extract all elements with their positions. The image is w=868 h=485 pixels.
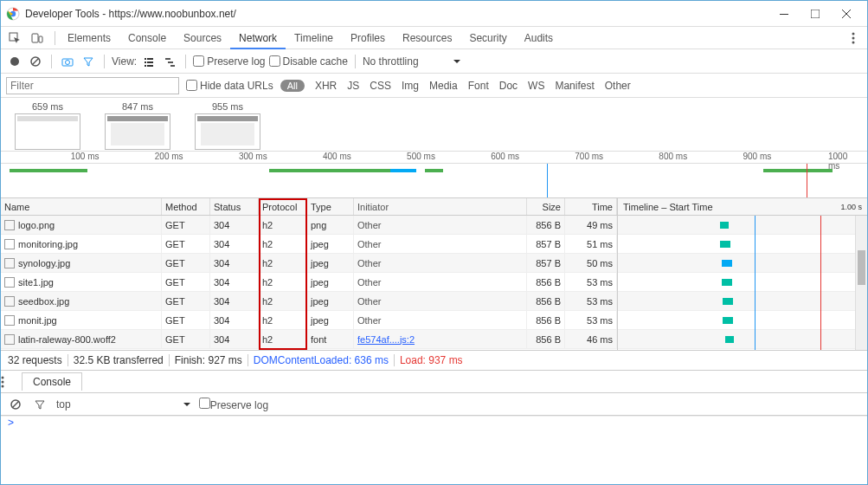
view-label: View: — [112, 55, 137, 68]
filter-type-xhr[interactable]: XHR — [315, 80, 337, 92]
tab-console[interactable]: Console — [119, 27, 175, 48]
svg-rect-20 — [147, 65, 153, 67]
tab-elements[interactable]: Elements — [59, 27, 119, 48]
table-row[interactable]: site1.jpgGET304h2jpegOther856 B53 ms — [1, 273, 617, 292]
filter-type-doc[interactable]: Doc — [499, 80, 518, 92]
filter-type-ws[interactable]: WS — [528, 80, 544, 92]
hide-data-urls-checkbox[interactable]: Hide data URLs — [186, 80, 273, 92]
table-row[interactable]: seedbox.jpgGET304h2jpegOther856 B53 ms — [1, 292, 617, 311]
filter-type-img[interactable]: Img — [402, 80, 419, 92]
table-row[interactable]: monit.jpgGET304h2jpegOther856 B53 ms — [1, 311, 617, 330]
svg-rect-15 — [145, 58, 146, 60]
overview-tick: 1000 ms — [828, 152, 854, 171]
svg-rect-6 — [39, 36, 42, 42]
console-filter-icon[interactable] — [32, 397, 48, 412]
summary-load: Load: 937 ms — [400, 354, 463, 366]
svg-rect-2 — [780, 14, 788, 15]
waterfall-row — [618, 254, 867, 273]
svg-point-25 — [2, 380, 4, 383]
device-toggle-icon[interactable] — [29, 29, 46, 47]
filter-type-font[interactable]: Font — [468, 80, 489, 92]
console-preserve-log-checkbox[interactable]: Preserve log — [199, 398, 268, 411]
window-titlebar: Developer Tools - https://www.noobunbox.… — [1, 1, 867, 27]
col-initiator[interactable]: Initiator — [354, 198, 527, 215]
overview-tick: 500 ms — [407, 152, 435, 161]
tab-resources[interactable]: Resources — [394, 27, 460, 48]
window-minimize-button[interactable] — [768, 3, 800, 24]
tab-network[interactable]: Network — [230, 27, 286, 48]
col-status[interactable]: Status — [210, 198, 259, 215]
summary-dcl: DOMContentLoaded: 636 ms — [254, 354, 389, 366]
table-header: Name Method Status Protocol Type Initiat… — [1, 198, 617, 216]
summary-requests: 32 requests — [8, 354, 62, 366]
table-row[interactable]: monitoring.jpgGET304h2jpegOther857 B51 m… — [1, 235, 617, 254]
filmstrip-frame[interactable]: 955 ms — [195, 101, 260, 151]
svg-point-8 — [852, 36, 855, 39]
drawer-menu-icon[interactable] — [1, 376, 18, 388]
network-table: Name Method Status Protocol Type Initiat… — [1, 198, 867, 350]
throttling-select[interactable]: No throttling — [363, 55, 460, 68]
console-context-select[interactable]: top — [56, 398, 190, 411]
filter-type-all[interactable]: All — [280, 80, 305, 92]
svg-point-26 — [2, 385, 4, 387]
preserve-log-checkbox[interactable]: Preserve log — [193, 55, 265, 68]
waterfall-row — [618, 216, 867, 235]
svg-point-7 — [852, 32, 855, 35]
filter-type-js[interactable]: JS — [347, 80, 359, 92]
inspect-element-icon[interactable] — [6, 29, 23, 47]
filter-input[interactable] — [6, 77, 179, 94]
network-filterbar: Hide data URLs AllXHRJSCSSImgMediaFontDo… — [1, 74, 867, 98]
window-maximize-button[interactable] — [800, 3, 831, 24]
network-toolbar: View: Preserve log Disable cache No thro… — [1, 49, 867, 74]
waterfall-row — [618, 273, 867, 292]
filter-type-media[interactable]: Media — [429, 80, 458, 92]
filter-type-other[interactable]: Other — [605, 80, 631, 92]
table-row[interactable]: synology.jpgGET304h2jpegOther857 B50 ms — [1, 254, 617, 273]
table-row[interactable]: logo.pngGET304h2pngOther856 B49 ms — [1, 216, 617, 235]
col-start-time[interactable]: Timeline – Start Time — [623, 202, 713, 212]
svg-rect-23 — [170, 65, 175, 67]
clear-icon[interactable] — [27, 53, 44, 70]
window-close-button[interactable] — [831, 3, 862, 24]
col-name[interactable]: Name — [1, 198, 162, 215]
svg-rect-3 — [811, 10, 820, 18]
tab-timeline[interactable]: Timeline — [286, 27, 342, 48]
drawer-tab-console[interactable]: Console — [22, 372, 82, 391]
tab-profiles[interactable]: Profiles — [342, 27, 394, 48]
view-list-icon[interactable] — [140, 53, 158, 70]
disable-cache-checkbox[interactable]: Disable cache — [269, 55, 348, 68]
filmstrip-frame[interactable]: 659 ms — [15, 101, 80, 151]
svg-rect-19 — [145, 65, 146, 67]
svg-rect-5 — [32, 34, 38, 42]
col-method[interactable]: Method — [162, 198, 210, 215]
svg-point-24 — [2, 376, 4, 378]
table-row[interactable]: latin-raleway-800.woff2GET304h2fontfe574… — [1, 330, 617, 349]
view-waterfall-icon[interactable] — [161, 53, 178, 70]
overview-timeline[interactable]: 100 ms200 ms300 ms400 ms500 ms600 ms700 … — [1, 152, 867, 198]
tab-security[interactable]: Security — [460, 27, 515, 48]
console-prompt[interactable]: > — [1, 416, 867, 431]
col-type[interactable]: Type — [307, 198, 354, 215]
filter-type-css[interactable]: CSS — [370, 80, 391, 92]
svg-rect-17 — [145, 61, 146, 63]
record-icon[interactable] — [6, 53, 23, 70]
capture-screenshot-icon[interactable] — [59, 53, 76, 70]
svg-rect-18 — [147, 61, 153, 63]
col-protocol[interactable]: Protocol — [259, 198, 307, 215]
col-time[interactable]: Time — [565, 198, 617, 215]
svg-line-28 — [12, 401, 19, 408]
summary-transferred: 32.5 KB transferred — [74, 354, 164, 366]
devtools-menu-icon[interactable] — [845, 29, 862, 47]
drawer-header: Console — [1, 371, 867, 393]
tab-audits[interactable]: Audits — [516, 27, 562, 48]
col-size[interactable]: Size — [527, 198, 565, 215]
svg-point-10 — [10, 57, 19, 66]
svg-rect-16 — [147, 58, 153, 60]
tab-sources[interactable]: Sources — [175, 27, 230, 48]
scrollbar[interactable] — [855, 216, 867, 350]
chrome-icon — [6, 7, 20, 21]
filmstrip-frame[interactable]: 847 ms — [105, 101, 170, 151]
filter-type-manifest[interactable]: Manifest — [555, 80, 594, 92]
filter-icon[interactable] — [80, 53, 97, 70]
clear-console-icon[interactable] — [8, 397, 23, 412]
